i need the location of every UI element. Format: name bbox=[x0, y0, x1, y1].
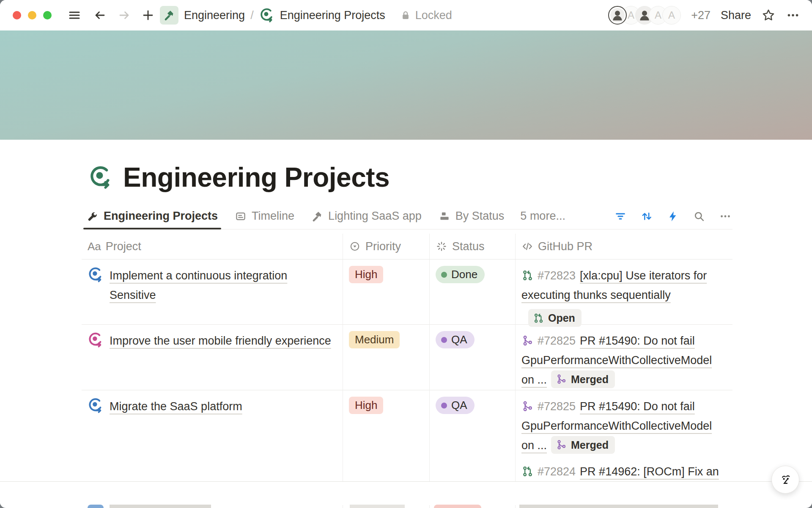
pr-number: #72825 bbox=[538, 400, 576, 413]
status-cell[interactable]: Done bbox=[429, 260, 515, 335]
pull-request-merged-icon bbox=[556, 373, 567, 385]
view-more-icon[interactable] bbox=[719, 210, 732, 223]
pr-number: #72823 bbox=[538, 269, 576, 282]
page-swirl-icon-large[interactable] bbox=[88, 165, 113, 190]
zoom-window-button[interactable] bbox=[43, 11, 52, 19]
pull-request-open-icon bbox=[521, 269, 534, 282]
partial-row-text bbox=[350, 505, 405, 508]
notion-ai-button[interactable] bbox=[771, 466, 799, 494]
text-type-icon: Aa bbox=[88, 240, 101, 253]
project-title-link[interactable]: Migrate the SaaS platform bbox=[110, 400, 242, 413]
more-options-icon[interactable] bbox=[786, 8, 800, 22]
status-tag[interactable]: QA bbox=[436, 397, 475, 414]
priority-tag[interactable]: High bbox=[349, 397, 383, 414]
avatar[interactable]: A bbox=[662, 6, 681, 25]
status-label: Done bbox=[451, 268, 477, 281]
pr-state-badge[interactable]: Open bbox=[528, 309, 582, 327]
lock-status[interactable]: Locked bbox=[400, 9, 452, 22]
pr-state-badge[interactable]: Merged bbox=[551, 436, 615, 454]
topbar: Engineering / Engineering Projects Locke… bbox=[0, 0, 812, 30]
pr-entry: #72825PR #15490: Do not fail GpuPerforma… bbox=[521, 397, 721, 455]
wrench-icon bbox=[87, 210, 99, 222]
pr-entry: #72825PR #15490: Do not fail GpuPerforma… bbox=[521, 331, 721, 389]
status-dot bbox=[441, 403, 447, 409]
pr-number: #72825 bbox=[538, 334, 576, 347]
avatar[interactable] bbox=[608, 6, 627, 25]
status-label: QA bbox=[451, 333, 467, 346]
github-pr-cell[interactable]: #72825PR #15490: Do not fail GpuPerforma… bbox=[515, 325, 732, 395]
back-icon[interactable] bbox=[93, 8, 107, 22]
ai-face-icon bbox=[777, 471, 794, 488]
priority-tag[interactable]: Medium bbox=[349, 331, 400, 348]
partial-row-tag bbox=[434, 505, 481, 508]
forward-icon[interactable] bbox=[118, 8, 131, 22]
minimize-window-button[interactable] bbox=[28, 11, 36, 19]
share-button[interactable]: Share bbox=[721, 9, 751, 22]
more-views-button[interactable]: 5 more... bbox=[520, 203, 565, 229]
project-cell[interactable]: Implement a continuous integration Sensi… bbox=[82, 260, 343, 335]
table-row: Improve the user mobile friendly experie… bbox=[82, 325, 732, 390]
pull-request-open-icon bbox=[521, 465, 534, 478]
collaborator-overflow-count[interactable]: +27 bbox=[691, 9, 710, 22]
pull-request-open-icon bbox=[533, 312, 544, 324]
view-tabs: Engineering Projects Timeline Lighting S… bbox=[86, 203, 565, 229]
project-swirl-icon bbox=[88, 267, 104, 283]
collaborator-avatars[interactable]: A A A bbox=[608, 6, 681, 25]
automation-bolt-icon[interactable] bbox=[667, 210, 679, 223]
column-header-project[interactable]: Aa Project bbox=[82, 234, 343, 259]
pull-request-merged-icon bbox=[556, 439, 567, 450]
column-header-status[interactable]: Status bbox=[429, 234, 515, 259]
status-tag[interactable]: QA bbox=[436, 331, 475, 348]
status-tag[interactable]: Done bbox=[436, 266, 485, 283]
tab-by-status[interactable]: By Status bbox=[438, 203, 505, 229]
priority-cell[interactable]: Medium bbox=[343, 325, 429, 395]
column-header-github-pr[interactable]: GitHub PR bbox=[515, 234, 732, 259]
tab-lighting-saas-app[interactable]: Lighting SaaS app bbox=[310, 203, 422, 229]
pull-request-merged-icon bbox=[521, 334, 534, 347]
workspace-hammer-icon[interactable] bbox=[160, 6, 178, 25]
pr-entry: #72823[xla:cpu] Use iterators for execut… bbox=[521, 266, 721, 330]
search-icon[interactable] bbox=[693, 210, 705, 223]
tab-engineering-projects[interactable]: Engineering Projects bbox=[86, 203, 219, 229]
breadcrumb: Engineering / Engineering Projects Locke… bbox=[160, 6, 452, 25]
page-title[interactable]: Engineering Projects bbox=[123, 162, 390, 193]
window-controls bbox=[13, 11, 52, 19]
new-page-icon[interactable] bbox=[141, 8, 155, 22]
pull-request-merged-icon bbox=[521, 400, 534, 412]
breadcrumb-page[interactable]: Engineering Projects bbox=[280, 9, 385, 22]
column-header-priority[interactable]: Priority bbox=[343, 234, 429, 259]
favorite-star-icon[interactable] bbox=[761, 8, 776, 22]
status-cell[interactable]: QA bbox=[429, 325, 515, 395]
lock-label: Locked bbox=[415, 9, 452, 22]
status-spinner-icon bbox=[436, 240, 447, 252]
project-swirl-icon bbox=[88, 332, 104, 348]
topbar-right: A A A +27 Share bbox=[608, 5, 800, 25]
priority-tag[interactable]: High bbox=[349, 266, 383, 283]
tab-label: Engineering Projects bbox=[104, 210, 218, 223]
partial-row-text bbox=[519, 505, 718, 508]
table-row: Implement a continuous integration Sensi… bbox=[82, 260, 732, 325]
pr-state-label: Merged bbox=[571, 372, 609, 387]
project-title-link[interactable]: Improve the user mobile friendly experie… bbox=[110, 334, 331, 347]
board-icon bbox=[235, 210, 247, 222]
status-label: QA bbox=[451, 399, 467, 412]
code-type-icon bbox=[521, 240, 533, 252]
project-cell[interactable]: Improve the user mobile friendly experie… bbox=[82, 325, 343, 395]
column-label: Priority bbox=[365, 240, 401, 253]
pr-state-badge[interactable]: Merged bbox=[551, 370, 615, 388]
sidebar-menu-icon[interactable] bbox=[68, 8, 81, 22]
project-title-link[interactable]: Implement a continuous integration Sensi… bbox=[110, 269, 287, 301]
tab-timeline[interactable]: Timeline bbox=[234, 203, 295, 229]
pr-number: #72824 bbox=[538, 465, 576, 478]
priority-cell[interactable]: High bbox=[343, 260, 429, 335]
status-dot bbox=[441, 337, 447, 343]
page-cover[interactable] bbox=[0, 30, 812, 140]
close-window-button[interactable] bbox=[13, 11, 21, 19]
partial-row-text bbox=[110, 505, 211, 508]
pr-state-label: Merged bbox=[571, 438, 609, 452]
breadcrumb-workspace[interactable]: Engineering bbox=[184, 9, 245, 22]
filter-icon[interactable] bbox=[614, 210, 627, 223]
github-pr-cell[interactable]: #72823[xla:cpu] Use iterators for execut… bbox=[515, 260, 732, 335]
project-swirl-icon bbox=[88, 398, 104, 414]
sort-icon[interactable] bbox=[640, 210, 653, 223]
